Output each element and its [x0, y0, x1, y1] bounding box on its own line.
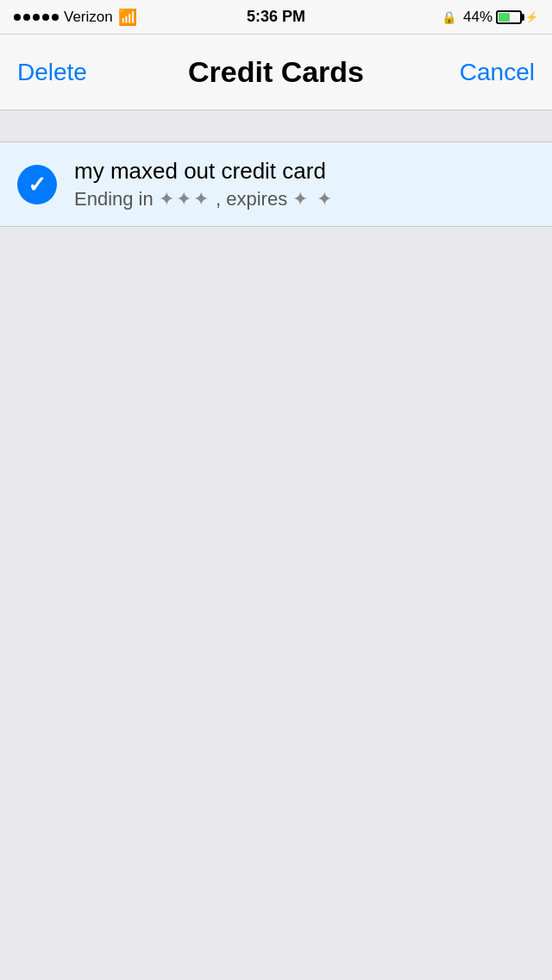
status-right: 🔒 44% ⚡: [442, 9, 538, 26]
signal-dot-2: [23, 14, 30, 21]
card-expiry: ✦ ✦: [292, 188, 334, 210]
battery-fill: [499, 13, 510, 22]
signal-dot-5: [52, 14, 59, 21]
card-details-prefix: Ending in: [74, 188, 154, 210]
wifi-icon: 📶: [118, 8, 137, 27]
battery-percent: 44%: [463, 9, 492, 26]
cancel-button[interactable]: Cancel: [460, 52, 535, 93]
carrier-label: Verizon: [64, 9, 113, 26]
card-details-suffix: , expires: [216, 188, 287, 210]
card-details: Ending in ✦✦✦ , expires ✦ ✦: [74, 188, 334, 210]
signal-dots: [14, 14, 59, 21]
main-content-area: [0, 227, 552, 831]
delete-button[interactable]: Delete: [17, 52, 87, 93]
card-info: my maxed out credit card Ending in ✦✦✦ ,…: [74, 158, 334, 210]
page-title: Credit Cards: [188, 55, 364, 89]
signal-dot-3: [33, 14, 40, 21]
status-time: 5:36 PM: [247, 8, 305, 26]
lock-icon: 🔒: [442, 10, 456, 24]
card-name: my maxed out credit card: [74, 158, 334, 185]
signal-dot-4: [42, 14, 49, 21]
checkmark-icon: ✓: [28, 173, 47, 196]
charging-bolt-icon: ⚡: [525, 11, 538, 23]
card-selected-checkbox[interactable]: ✓: [17, 165, 57, 204]
status-left: Verizon 📶: [14, 8, 137, 27]
battery-area: 44% ⚡: [463, 9, 538, 26]
card-list-item[interactable]: ✓ my maxed out credit card Ending in ✦✦✦…: [0, 142, 552, 226]
separator-area: [0, 110, 552, 141]
navigation-bar: Delete Credit Cards Cancel: [0, 35, 552, 110]
card-list: ✓ my maxed out credit card Ending in ✦✦✦…: [0, 141, 552, 227]
signal-dot-1: [14, 14, 21, 21]
status-bar: Verizon 📶 5:36 PM 🔒 44% ⚡: [0, 0, 552, 35]
card-ending-digits: ✦✦✦: [159, 188, 210, 210]
battery-icon: [496, 10, 522, 24]
